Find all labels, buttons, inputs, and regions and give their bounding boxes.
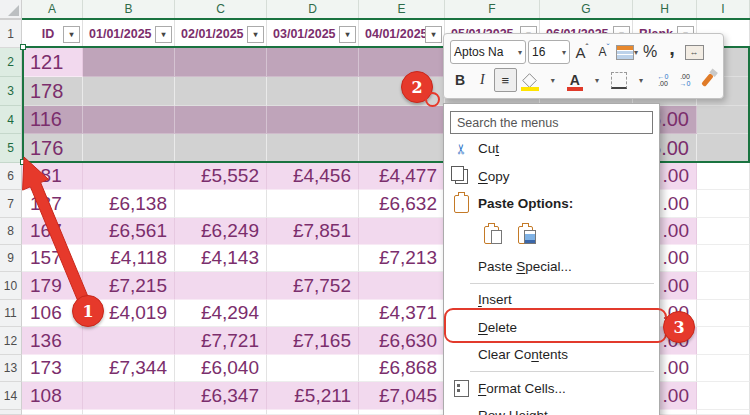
cell-E6[interactable]: £4,477	[359, 163, 445, 190]
menu-item-cut[interactable]: ✂Cut	[444, 135, 659, 163]
cell-E14[interactable]: £7,045	[359, 382, 445, 410]
decrease-font-button[interactable]: Aˇ	[594, 40, 614, 64]
cell-B3[interactable]	[83, 77, 175, 106]
row-header-10[interactable]: 10	[0, 272, 22, 300]
row-header-2[interactable]: 2	[0, 48, 22, 77]
cell-C12[interactable]: £7,721	[175, 327, 267, 355]
cell-I9[interactable]	[697, 245, 750, 272]
menu-item-paste-special[interactable]: Paste Special...	[444, 253, 659, 281]
cell-B7[interactable]: £6,138	[83, 190, 175, 218]
cell-E8[interactable]	[359, 218, 445, 245]
cell-I13[interactable]	[697, 355, 750, 382]
column-header-C[interactable]: C	[175, 0, 267, 18]
cell-B9[interactable]: £4,118	[83, 245, 175, 272]
row-header-6[interactable]: 6	[0, 163, 22, 190]
filter-dropdown-D[interactable]: ▾	[339, 26, 356, 43]
cell-B10[interactable]: £7,215	[83, 272, 175, 300]
row-header-7[interactable]: 7	[0, 190, 22, 218]
cell-I8[interactable]	[697, 218, 750, 245]
cell-C15-partial[interactable]	[175, 410, 267, 415]
cell-C10[interactable]	[175, 272, 267, 300]
row-header-3[interactable]: 3	[0, 77, 22, 106]
cell-E12[interactable]: £6,630	[359, 327, 445, 355]
column-header-F[interactable]: F	[445, 0, 540, 18]
column-header-A[interactable]: A	[22, 0, 83, 18]
align-center-button[interactable]: ≡	[494, 68, 516, 92]
menu-item-copy[interactable]: Copy	[444, 163, 659, 191]
menu-item-paste-options[interactable]: Paste Options:	[444, 190, 659, 218]
menu-item-row-height[interactable]: Row Height...	[444, 402, 659, 415]
cell-C6[interactable]: £5,552	[175, 163, 267, 190]
cell-B14[interactable]	[83, 382, 175, 410]
comma-style-button[interactable]: ,	[662, 36, 682, 68]
cell-I6[interactable]	[697, 163, 750, 190]
cell-B12[interactable]	[83, 327, 175, 355]
menu-item-delete[interactable]: Delete	[444, 314, 659, 342]
cell-I11[interactable]	[697, 300, 750, 327]
cell-E7[interactable]: £6,632	[359, 190, 445, 218]
row-header-15-partial[interactable]	[0, 410, 22, 415]
cell-D10[interactable]: £7,752	[267, 272, 359, 300]
cell-E15-partial[interactable]	[359, 410, 445, 415]
search-input[interactable]	[450, 111, 653, 134]
cell-E11[interactable]: £4,371	[359, 300, 445, 327]
cell-D13[interactable]	[267, 355, 359, 382]
cell-I4[interactable]	[697, 106, 750, 134]
cell-I14[interactable]	[697, 382, 750, 410]
font-color-button[interactable]: A	[565, 68, 585, 92]
cell-D5[interactable]	[267, 134, 359, 163]
cell-C11[interactable]: £4,294	[175, 300, 267, 327]
row-header-11[interactable]: 11	[0, 300, 22, 327]
format-table-button[interactable]: ▾	[616, 40, 638, 64]
cell-E4[interactable]	[359, 106, 445, 134]
font-size-select[interactable]: 16▾	[528, 40, 570, 64]
cell-A10[interactable]: 179	[22, 272, 83, 300]
merge-center-button[interactable]: ↔	[684, 40, 704, 64]
increase-decimal-button[interactable]: ←0.00	[653, 68, 673, 92]
cell-D9[interactable]	[267, 245, 359, 272]
italic-button[interactable]: I	[472, 68, 492, 92]
cell-B13[interactable]: £7,344	[83, 355, 175, 382]
cell-A4[interactable]: 116	[22, 106, 83, 134]
cell-D3[interactable]	[267, 77, 359, 106]
cell-D6[interactable]: £4,456	[267, 163, 359, 190]
row-header-9[interactable]: 9	[0, 245, 22, 272]
cell-A12[interactable]: 136	[22, 327, 83, 355]
cell-B6[interactable]	[83, 163, 175, 190]
cell-C2[interactable]	[175, 48, 267, 77]
column-header-D[interactable]: D	[267, 0, 359, 18]
increase-font-button[interactable]: Aˆ	[572, 40, 592, 64]
row-header-4[interactable]: 4	[0, 106, 22, 134]
cell-C5[interactable]	[175, 134, 267, 163]
cell-B4[interactable]	[83, 106, 175, 134]
menu-item-clear-contents[interactable]: Clear Contents	[444, 341, 659, 369]
header-cell-A[interactable]: ID▾	[22, 20, 83, 48]
cell-C8[interactable]: £6,249	[175, 218, 267, 245]
cell-E2[interactable]	[359, 48, 445, 77]
column-header-E[interactable]: E	[359, 0, 445, 18]
cell-A6[interactable]: 181	[22, 163, 83, 190]
menu-item-format-cells[interactable]: Format Cells...	[444, 375, 659, 403]
filter-dropdown-E[interactable]: ▾	[425, 26, 442, 43]
cell-D8[interactable]: £7,851	[267, 218, 359, 245]
cell-E5[interactable]	[359, 134, 445, 163]
borders-button[interactable]	[609, 68, 629, 92]
cell-E13[interactable]: £6,868	[359, 355, 445, 382]
font-color-dropdown[interactable]: ▾	[587, 68, 607, 92]
cell-B5[interactable]	[83, 134, 175, 163]
cell-C4[interactable]	[175, 106, 267, 134]
bold-button[interactable]: B	[450, 68, 470, 92]
cell-D4[interactable]	[267, 106, 359, 134]
cell-C7[interactable]	[175, 190, 267, 218]
fill-color-dropdown[interactable]: ▾	[543, 68, 563, 92]
column-header-I[interactable]: I	[697, 0, 750, 18]
cell-A7[interactable]: 187	[22, 190, 83, 218]
cell-B2[interactable]	[83, 48, 175, 77]
cell-A9[interactable]: 157	[22, 245, 83, 272]
select-all-corner[interactable]	[0, 0, 22, 18]
cell-C3[interactable]	[175, 77, 267, 106]
cell-C13[interactable]: £6,040	[175, 355, 267, 382]
active-cell-A2[interactable]: 121	[22, 48, 83, 77]
cell-D7[interactable]	[267, 190, 359, 218]
cell-A14[interactable]: 108	[22, 382, 83, 410]
